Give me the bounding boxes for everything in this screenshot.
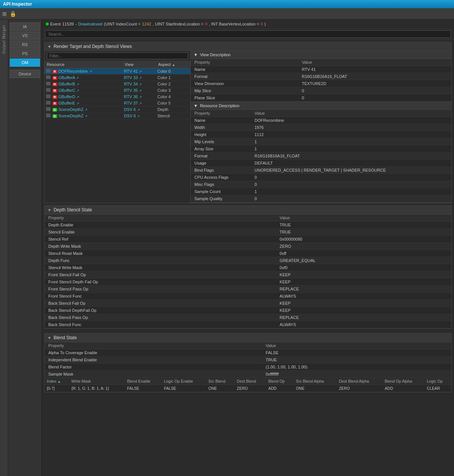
- depth-stencil-title: Depth Stencil State: [54, 207, 92, 213]
- sort-icon: ▲: [58, 380, 61, 383]
- resource-desc-prop: CPU Access Flags: [191, 174, 251, 181]
- resource-table-row[interactable]: R DOFRecombine ↗ RTV 41 ↗ Color 0: [45, 68, 190, 75]
- ds-prop: Depth Func: [45, 257, 276, 264]
- blend-col-10: Logic Op: [424, 378, 451, 385]
- resource-desc-prop: Bind Flags: [191, 167, 251, 174]
- ds-val: KEEP: [276, 300, 451, 307]
- resource-name[interactable]: DOFRecombine: [58, 69, 88, 73]
- resource-desc-val: 0: [251, 181, 452, 188]
- blend-col-5: Dest Blend: [234, 378, 266, 385]
- view-name[interactable]: RTV 37: [124, 101, 138, 105]
- res-desc-col-property: Property: [191, 110, 251, 117]
- view-name[interactable]: DSV 6: [124, 114, 136, 118]
- resource-desc-val: 0: [251, 195, 452, 202]
- event-param2: 0: [205, 22, 208, 26]
- resource-table-row[interactable]: R GBufferA ↗ RTV 33 ↗ Color 1: [45, 75, 190, 81]
- ds-val: ZERO: [276, 243, 451, 250]
- blend-table: Index ▲Write MaskBlend EnableLogic Op En…: [45, 378, 451, 392]
- resource-table-row[interactable]: R GBufferE ↗ RTV 37 ↗ Color 5: [45, 100, 190, 106]
- view-desc-prop: Plane Slice: [191, 94, 298, 102]
- depth-stencil-arrow[interactable]: ▼: [48, 208, 51, 212]
- view-name[interactable]: RTV 36: [124, 94, 138, 99]
- resource-link-icon: ↗: [76, 76, 79, 80]
- view-link-icon: ↗: [139, 89, 142, 93]
- nav-tab-rs[interactable]: RS: [10, 40, 40, 49]
- blend-top-prop: Alpha To Coverage Enable: [45, 349, 262, 356]
- blend-col-9: Blend Op Alpha: [382, 378, 424, 385]
- nav-tabs: IA VS RS PS OM Device: [8, 19, 42, 476]
- view-name[interactable]: RTV 34: [124, 82, 138, 86]
- resource-table-row[interactable]: R GBufferB ↗ RTV 34 ↗ Color 2: [45, 81, 190, 87]
- resource-desc-prop: Width: [191, 124, 251, 131]
- toolbar-icon-window[interactable]: ⊞: [2, 11, 7, 17]
- resource-cell: D SceneDepthZ ↗: [45, 113, 122, 119]
- depth-stencil-row: Back Stencil Fail Op KEEP: [45, 300, 451, 307]
- nav-tab-om[interactable]: OM: [10, 58, 40, 67]
- view-cell: DSV 6 ↗: [122, 113, 156, 119]
- event-funcname: DrawIndexed: [78, 22, 102, 26]
- side-tab: Output Merger: [0, 19, 8, 476]
- ds-prop: Stencil Ref: [45, 236, 276, 243]
- resource-desc-prop: Format: [191, 153, 251, 160]
- view-name[interactable]: RTV 33: [124, 75, 138, 80]
- resource-name[interactable]: GBufferD: [58, 94, 76, 99]
- view-desc-val: 0: [298, 94, 451, 102]
- blend-cell-9: ADD: [382, 385, 424, 392]
- resource-desc-row: CPU Access Flags 0: [191, 174, 451, 181]
- filter-input[interactable]: [47, 52, 188, 59]
- resource-name[interactable]: GBufferB: [58, 82, 75, 86]
- resource-badge: D: [52, 114, 57, 118]
- nav-tab-vs[interactable]: VS: [10, 31, 40, 40]
- view-name[interactable]: DSV 6: [124, 107, 136, 112]
- view-description-section: ▼ View Description Property Value Name: [191, 51, 451, 102]
- resource-link-icon: ↗: [85, 114, 88, 118]
- resource-desc-row: Mip Levels 1: [191, 138, 451, 145]
- depth-stencil-row: Back Stencil Pass Op REPLACE: [45, 314, 451, 321]
- view-cell: RTV 35 ↗: [122, 87, 156, 94]
- resource-table-row[interactable]: R GBufferD ↗ RTV 36 ↗ Color 4: [45, 94, 190, 100]
- depth-stencil-header: ▼ Depth Stencil State: [45, 206, 451, 214]
- view-name[interactable]: RTV 41: [124, 69, 138, 73]
- nav-tab-device[interactable]: Device: [10, 70, 40, 78]
- resource-name[interactable]: SceneDepthZ: [58, 114, 84, 118]
- resource-desc-title: Resource Description: [200, 103, 239, 108]
- blend-state-arrow[interactable]: ▼: [48, 336, 51, 340]
- blend-state-header: ▼ Blend State: [45, 334, 451, 342]
- blend-top-prop: Independent Blend Enable: [45, 356, 262, 364]
- view-link-icon: ↗: [137, 114, 140, 118]
- blend-col-1: Write Mask: [69, 378, 125, 385]
- resource-name[interactable]: SceneDepthZ: [58, 107, 84, 112]
- resource-desc-row: Height 1112: [191, 131, 451, 138]
- depth-stencil-row: Front Stencil Pass Op REPLACE: [45, 286, 451, 293]
- resource-desc-prop: Array Size: [191, 145, 251, 153]
- view-desc-prop: Name: [191, 66, 298, 73]
- view-desc-row: Mip Slice 0: [191, 87, 451, 94]
- resource-name[interactable]: GBufferE: [58, 101, 75, 105]
- depth-stencil-row: Stencil Ref 0x00000080: [45, 236, 451, 243]
- view-link-icon: ↗: [137, 108, 140, 112]
- resource-desc-arrow[interactable]: ▼: [194, 103, 198, 108]
- view-desc-val: 0: [298, 87, 451, 94]
- blend-col-7: Src Blend Alpha: [294, 378, 337, 385]
- resource-name[interactable]: GBufferA: [58, 75, 75, 80]
- resource-name[interactable]: GBufferC: [58, 88, 76, 93]
- resource-badge: D: [52, 108, 57, 112]
- view-desc-arrow[interactable]: ▼: [194, 52, 198, 57]
- resource-table-row[interactable]: D SceneDepthZ ↗ DSV 6 ↗ Stencil: [45, 113, 190, 119]
- nav-tab-ps[interactable]: PS: [10, 49, 40, 58]
- view-desc-col-property: Property: [191, 59, 298, 66]
- toolbar-icon-lock[interactable]: 🔒: [10, 11, 16, 17]
- render-target-arrow[interactable]: ▼: [48, 45, 51, 49]
- nav-tab-ia[interactable]: IA: [10, 22, 40, 31]
- view-desc-prop: Mip Slice: [191, 87, 298, 94]
- resource-desc-prop: Mip Levels: [191, 138, 251, 145]
- resource-table-row[interactable]: D SceneDepthZ ↗ DSV 6 ↗ Depth: [45, 106, 190, 113]
- ds-prop: Front Stencil Fail Op: [45, 271, 276, 278]
- resource-cell: R GBufferE ↗: [45, 100, 122, 106]
- resource-table-row[interactable]: R GBufferC ↗ RTV 35 ↗ Color 3: [45, 87, 190, 94]
- view-name[interactable]: RTV 35: [124, 88, 138, 93]
- resource-cell: R GBufferA ↗: [45, 75, 122, 81]
- blend-state-section: ▼ Blend State Property Value Alpha To Co…: [44, 333, 452, 392]
- blend-table-row: [0-7]{R: 1, G: 1, B: 1, A: 1}FALSEFALSEO…: [45, 385, 451, 392]
- search-input[interactable]: [45, 30, 451, 38]
